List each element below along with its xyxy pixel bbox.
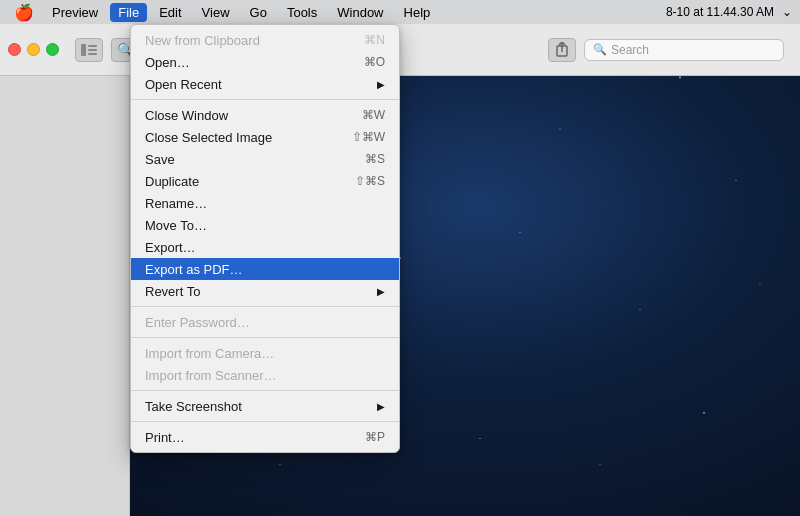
- file-dropdown-menu: New from Clipboard ⌘N Open… ⌘O Open Rece…: [130, 24, 400, 453]
- separator-4: [131, 390, 399, 391]
- menu-item-revert-to[interactable]: Revert To ▶: [131, 280, 399, 302]
- menu-item-export[interactable]: Export…: [131, 236, 399, 258]
- menu-item-rename[interactable]: Rename…: [131, 192, 399, 214]
- menu-item-import-camera[interactable]: Import from Camera…: [131, 342, 399, 364]
- menu-item-export-pdf[interactable]: Export as PDF…: [131, 258, 399, 280]
- menu-item-close-selected[interactable]: Close Selected Image ⇧⌘W: [131, 126, 399, 148]
- menu-view[interactable]: View: [194, 3, 238, 22]
- menu-item-print[interactable]: Print… ⌘P: [131, 426, 399, 448]
- fullscreen-button[interactable]: [46, 43, 59, 56]
- submenu-arrow-screenshot: ▶: [377, 401, 385, 412]
- menu-edit[interactable]: Edit: [151, 3, 189, 22]
- close-button[interactable]: [8, 43, 21, 56]
- menu-item-close-window[interactable]: Close Window ⌘W: [131, 104, 399, 126]
- minimize-button[interactable]: [27, 43, 40, 56]
- menu-item-import-scanner[interactable]: Import from Scanner…: [131, 364, 399, 386]
- menu-bar-right: 8-10 at 11.44.30 AM ⌄: [666, 5, 792, 19]
- separator-1: [131, 99, 399, 100]
- menu-bar: 🍎 Preview File Edit View Go Tools Window…: [0, 0, 800, 24]
- menu-item-open-recent[interactable]: Open Recent ▶: [131, 73, 399, 95]
- menu-file[interactable]: File: [110, 3, 147, 22]
- separator-3: [131, 337, 399, 338]
- separator-5: [131, 421, 399, 422]
- menu-item-enter-password[interactable]: Enter Password…: [131, 311, 399, 333]
- menu-chevron[interactable]: ⌄: [782, 5, 792, 19]
- svg-rect-3: [88, 53, 97, 55]
- toolbar-right: 🔍 Search: [548, 38, 784, 62]
- apple-menu[interactable]: 🍎: [8, 1, 40, 24]
- menu-item-new-clipboard[interactable]: New from Clipboard ⌘N: [131, 29, 399, 51]
- svg-rect-1: [88, 45, 97, 47]
- menu-item-take-screenshot[interactable]: Take Screenshot ▶: [131, 395, 399, 417]
- menu-item-move-to[interactable]: Move To…: [131, 214, 399, 236]
- sidebar-toggle-button[interactable]: [75, 38, 103, 62]
- submenu-arrow-open-recent: ▶: [377, 79, 385, 90]
- search-box[interactable]: 🔍 Search: [584, 39, 784, 61]
- menu-preview[interactable]: Preview: [44, 3, 106, 22]
- menu-datetime: 8-10 at 11.44.30 AM: [666, 5, 774, 19]
- separator-2: [131, 306, 399, 307]
- svg-rect-2: [88, 49, 97, 51]
- menu-item-open[interactable]: Open… ⌘O: [131, 51, 399, 73]
- menu-window[interactable]: Window: [329, 3, 391, 22]
- sidebar: [0, 76, 130, 516]
- preview-toolbar: 🔍 🔍 Search: [0, 24, 800, 76]
- search-placeholder: Search: [611, 43, 649, 57]
- menu-tools[interactable]: Tools: [279, 3, 325, 22]
- menu-go[interactable]: Go: [242, 3, 275, 22]
- menu-item-duplicate[interactable]: Duplicate ⇧⌘S: [131, 170, 399, 192]
- search-icon: 🔍: [593, 43, 607, 56]
- svg-rect-0: [81, 44, 86, 56]
- menu-item-save[interactable]: Save ⌘S: [131, 148, 399, 170]
- menu-help[interactable]: Help: [396, 3, 439, 22]
- submenu-arrow-revert: ▶: [377, 286, 385, 297]
- traffic-lights: [8, 43, 59, 56]
- share-button[interactable]: [548, 38, 576, 62]
